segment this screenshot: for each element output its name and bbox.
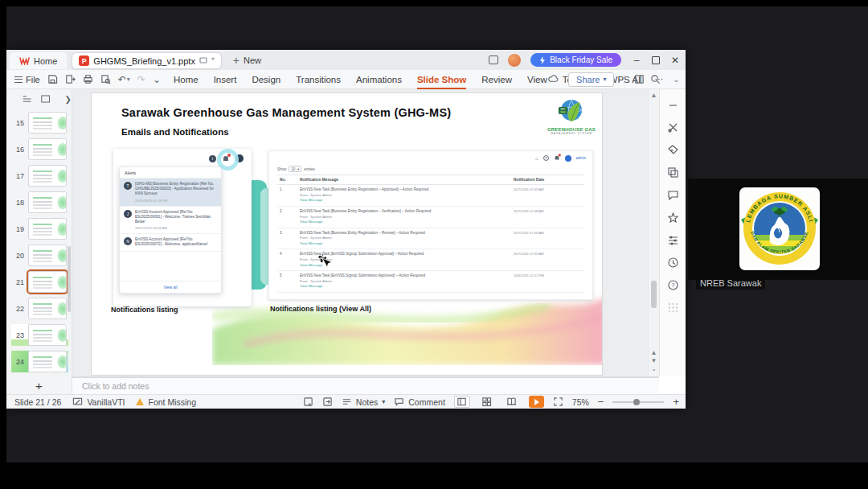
- slide-thumbnail[interactable]: [28, 298, 67, 319]
- panel-scrollbar[interactable]: [68, 246, 71, 312]
- slide-thumbnail[interactable]: [28, 218, 67, 240]
- outline-view-icon[interactable]: [23, 94, 31, 104]
- alert-item: J EnVISS Account Approved [Ref No. ES/20…: [120, 207, 221, 235]
- scrollbar-thumb[interactable]: [651, 281, 657, 308]
- zoom-level[interactable]: 75%: [572, 397, 589, 407]
- slide-view-icon[interactable]: [41, 94, 50, 104]
- alert-avatar: J: [124, 210, 132, 218]
- close-button[interactable]: ✕: [669, 55, 681, 66]
- menu-item[interactable]: View: [527, 75, 547, 84]
- slide-thumbnail[interactable]: [28, 165, 67, 187]
- canvas-scrollbar[interactable]: ▲ ▲ ▼ ⌄: [648, 89, 659, 376]
- settings-sliders-icon[interactable]: [667, 234, 679, 246]
- window-switcher-icon[interactable]: [489, 55, 498, 64]
- zoom-out-button[interactable]: −: [598, 396, 604, 408]
- slide-sorter-button[interactable]: [479, 396, 495, 408]
- slide-thumbnail[interactable]: [28, 351, 67, 372]
- smart-style-icon[interactable]: [667, 144, 679, 156]
- redo-button[interactable]: ↷: [137, 74, 145, 85]
- comment-rail-icon[interactable]: [667, 189, 679, 201]
- print-icon[interactable]: [83, 74, 93, 84]
- quick-tools-icon[interactable]: [667, 121, 679, 134]
- slide-thumbnail[interactable]: [28, 324, 67, 346]
- menu-item[interactable]: Transitions: [296, 75, 341, 84]
- zoom-slider-knob[interactable]: [633, 399, 640, 405]
- theme-indicator[interactable]: VanillaVTI: [72, 397, 125, 407]
- menu-item[interactable]: Review: [481, 75, 512, 84]
- undo-button[interactable]: ↶▾: [118, 74, 130, 85]
- slide-thumbnail-row[interactable]: 22: [11, 298, 68, 319]
- scroll-up-icon[interactable]: ▲: [649, 92, 659, 99]
- slide-thumbnail[interactable]: [28, 112, 67, 134]
- normal-view-button[interactable]: [454, 396, 470, 408]
- slide-thumbnail-row[interactable]: 17: [11, 165, 68, 187]
- zoom-slider[interactable]: [612, 401, 664, 403]
- slideshow-play-button[interactable]: [529, 396, 544, 408]
- view-message-link: View Message: [300, 220, 514, 225]
- promo-button[interactable]: Black Friday Sale: [530, 53, 621, 67]
- participant-video-tile[interactable]: LEMBAGA SUMBER ASLI DAN ALAM SEKITAR SAR…: [688, 179, 868, 280]
- menu-item[interactable]: Slide Show: [417, 75, 466, 84]
- ribbon-collapse-icon[interactable]: ⌄: [153, 74, 161, 85]
- start-from-slide-icon[interactable]: [322, 397, 333, 407]
- export-icon[interactable]: [65, 74, 76, 84]
- notes-area[interactable]: Click to add notes: [72, 376, 659, 394]
- slide-thumbnail-row[interactable]: 23: [11, 324, 68, 346]
- tab-wps-home[interactable]: Home: [10, 52, 67, 69]
- slide-thumbnail[interactable]: [28, 244, 67, 266]
- slide-thumbnail-row[interactable]: 18: [11, 191, 68, 213]
- slide-thumbnail-row[interactable]: 15: [11, 112, 68, 134]
- print-preview-icon[interactable]: [100, 74, 111, 84]
- cloud-icon[interactable]: [548, 74, 559, 84]
- slide-thumbnail[interactable]: [28, 138, 67, 160]
- share-button[interactable]: Share▾: [568, 72, 614, 87]
- undo-caret-icon[interactable]: ▾: [127, 76, 130, 83]
- more-options-icon[interactable]: ⋯: [654, 74, 663, 84]
- fit-slide-icon[interactable]: [553, 397, 563, 407]
- menu-item[interactable]: Home: [174, 75, 199, 84]
- collapse-panel-icon[interactable]: ❯: [65, 95, 72, 104]
- next-slide-button[interactable]: ▼: [649, 357, 659, 365]
- slide-thumbnail-row[interactable]: 20: [11, 244, 68, 266]
- save-icon[interactable]: [47, 74, 58, 84]
- slide-thumbnail-row[interactable]: 24: [11, 351, 68, 372]
- slide-thumbnail[interactable]: [28, 271, 67, 293]
- home-tab-label: Home: [34, 56, 57, 66]
- menu-item[interactable]: Animations: [356, 75, 402, 84]
- new-tab-button[interactable]: + New: [233, 54, 261, 67]
- restore-button[interactable]: [652, 56, 660, 64]
- notification-date: 20/7/2025 07:46 AM: [514, 231, 584, 247]
- notes-toggle[interactable]: Notes ▾: [342, 397, 385, 407]
- slide-thumbnail-row[interactable]: 16: [11, 138, 68, 160]
- add-slide-button[interactable]: +: [6, 379, 72, 392]
- collapse-ribbon-icon[interactable]: ⌄: [673, 76, 679, 84]
- reading-view-icon: [506, 397, 517, 407]
- menu-item[interactable]: Insert: [214, 75, 237, 84]
- minimize-button[interactable]: –: [631, 55, 642, 66]
- help-circle-icon[interactable]: ?: [667, 279, 679, 291]
- slide-thumbnail[interactable]: [28, 191, 67, 213]
- task-pane-icon[interactable]: [634, 74, 645, 84]
- slide-thumbnail-row[interactable]: 19: [11, 218, 68, 240]
- apps-grid-icon[interactable]: [667, 302, 679, 314]
- shapes-icon[interactable]: [667, 166, 679, 179]
- slide-settings-icon[interactable]: [303, 397, 313, 407]
- account-avatar[interactable]: [508, 54, 521, 67]
- file-menu[interactable]: File: [14, 75, 40, 84]
- reading-view-button[interactable]: [504, 396, 520, 408]
- hide-rail-icon[interactable]: [667, 99, 679, 111]
- star-icon[interactable]: [667, 212, 679, 224]
- menu-bar: File ↶▾ ↷ ⌄ HomeInsertDesignTransitionsA…: [6, 70, 686, 89]
- next-slide-double-button[interactable]: ⌄: [649, 365, 659, 373]
- zoom-in-button[interactable]: +: [673, 396, 679, 408]
- comment-button[interactable]: Comment: [394, 397, 445, 407]
- slide-thumbnail-row[interactable]: 21: [11, 271, 68, 293]
- menu-item[interactable]: Design: [252, 75, 280, 84]
- previous-slide-button[interactable]: ▲: [649, 349, 659, 357]
- tab-document[interactable]: P GHGMS_Briefing_v1.pptx *: [72, 52, 221, 69]
- font-missing-warning[interactable]: Font Missing: [136, 397, 196, 407]
- slide-canvas[interactable]: Sarawak Greenhouse Gas Management System…: [91, 92, 603, 376]
- alerts-dropdown: Alerts T [GHG-MS] Business Entity Regist…: [119, 166, 222, 294]
- lightning-icon: [539, 56, 546, 64]
- history-clock-icon[interactable]: [667, 257, 679, 269]
